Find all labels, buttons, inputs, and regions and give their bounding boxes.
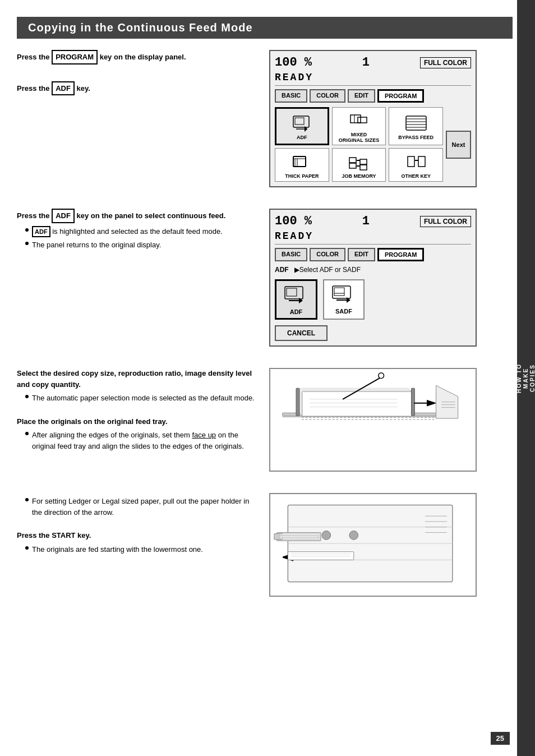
svg-rect-41 [302, 391, 412, 416]
svg-rect-28 [287, 288, 297, 296]
svg-rect-16 [349, 158, 356, 163]
job-icon-cell[interactable]: JOB MEMORY [332, 148, 386, 182]
bullet-dot [25, 242, 29, 245]
bullet-dot [25, 395, 29, 398]
tab2-program[interactable]: PROGRAM [377, 248, 424, 261]
mixed-icon-cell[interactable]: MIXEDORIGINAL SIZES [332, 107, 386, 145]
step3-bullet1: ADF is highlighted and selected as the d… [32, 226, 223, 238]
cancel-button[interactable]: CANCEL [275, 325, 328, 341]
job-label: JOB MEMORY [342, 173, 376, 179]
step7-bullet1: The originals are fed starting with the … [32, 544, 203, 555]
step6-bullet1: For setting Ledger or Legal sized paper,… [32, 496, 258, 518]
panel2-mode: FULL COLOR [420, 216, 471, 227]
tab-basic[interactable]: BASIC [275, 89, 307, 103]
page-title: Copying in the Continuous Feed Mode [17, 17, 513, 39]
steps-4-5-text: Select the desired copy size, reproducti… [17, 368, 258, 481]
svg-rect-20 [360, 159, 367, 164]
step3-bullets: ADF is highlighted and selected as the d… [25, 226, 258, 251]
svg-rect-5 [358, 117, 367, 123]
svg-rect-22 [408, 156, 414, 167]
adf-icon-cell[interactable]: ADF [275, 107, 329, 145]
svg-rect-59 [280, 536, 318, 537]
next-button[interactable]: Next [446, 131, 471, 159]
illustration-1 [269, 368, 477, 472]
panel2-ready: READY [275, 231, 471, 245]
illustration2-container [269, 493, 513, 606]
display-panel-1: 100 % 1 FULL COLOR READY BASIC COLOR EDI… [269, 50, 477, 187]
svg-rect-47 [296, 388, 299, 416]
adf-key-1: ADF [52, 81, 75, 96]
tab2-edit[interactable]: EDIT [348, 248, 375, 261]
bullet-dot [25, 498, 29, 501]
steps-6-7-text: For setting Ledger or Legal sized paper,… [17, 493, 258, 606]
step4-block: Select the desired copy size, reproducti… [17, 368, 258, 404]
bypass-label: BYPASS FEED [398, 135, 433, 140]
sidebar-label: HOW TOMAKECOPIES [516, 363, 535, 393]
adf-option-label: ADF [290, 308, 303, 315]
illustration-2 [269, 493, 477, 597]
adf-option-sadf[interactable]: SADF [323, 279, 365, 320]
panel1-tabs: BASIC COLOR EDIT PROGRAM [275, 89, 471, 103]
adf-icon [290, 113, 313, 133]
step3-instruction: Press the ADF key on the panel to select… [17, 209, 258, 223]
page: HOW TOMAKECOPIES Copying in the Continuo… [0, 0, 535, 756]
panel2-tabs: BASIC COLOR EDIT PROGRAM [275, 248, 471, 261]
svg-rect-7 [406, 116, 426, 130]
adf-option-adf[interactable]: ADF [275, 279, 317, 320]
panel2-options: ADF SADF [275, 279, 471, 320]
svg-rect-58 [280, 534, 318, 535]
svg-rect-32 [334, 288, 344, 296]
panel1-container: 100 % 1 FULL COLOR READY BASIC COLOR EDI… [269, 50, 513, 196]
step3-bullet2: The panel returns to the original displa… [32, 239, 161, 251]
page-number: 25 [491, 732, 510, 745]
panel1-ready: READY [275, 72, 471, 86]
tab2-color[interactable]: COLOR [310, 248, 345, 261]
svg-point-64 [322, 531, 331, 540]
svg-rect-21 [360, 165, 367, 170]
panel2-percent: 100 % [275, 214, 312, 228]
panel2-adf-row: ADF ▶Select ADF or SADF [275, 266, 471, 274]
thick-icon [290, 152, 313, 172]
svg-rect-4 [350, 115, 361, 123]
svg-rect-24 [418, 156, 425, 167]
other-icon-cell[interactable]: : : OTHER KEY [389, 148, 443, 182]
step1-text: Press the PROGRAM key on the display pan… [17, 50, 258, 196]
thick-icon-cell[interactable]: THICK PAPER [275, 148, 329, 182]
illustration1-container [269, 368, 513, 481]
mixed-label: MIXEDORIGINAL SIZES [339, 132, 379, 143]
adf-label: ADF [297, 135, 307, 140]
tab-edit[interactable]: EDIT [348, 89, 375, 103]
step5-block: Place the originals on the original feed… [17, 416, 258, 452]
step7-title: Press the START key. [17, 530, 258, 541]
job-icon [348, 152, 370, 172]
adf-inline-key: ADF [32, 226, 50, 238]
step5-title: Place the originals on the original feed… [17, 416, 258, 427]
bypass-icon-cell[interactable]: BYPASS FEED [389, 107, 443, 145]
illustration-2-svg [270, 494, 476, 596]
adf-option-icon [282, 284, 310, 306]
step4-title: Select the desired copy size, reproducti… [17, 368, 258, 390]
step3-text: Press the ADF key on the panel to select… [17, 209, 258, 356]
sadf-option-label: SADF [335, 308, 352, 315]
panel1-grid: ADF MIXEDORIGINAL SIZES [275, 107, 443, 182]
panel2-adf-label: ADF [275, 266, 289, 274]
step2-instruction: Press the ADF key. [17, 84, 90, 93]
tab-color[interactable]: COLOR [310, 89, 345, 103]
bypass-icon [405, 113, 427, 133]
panel2-count: 1 [362, 214, 370, 228]
panel2-container: 100 % 1 FULL COLOR READY BASIC COLOR EDI… [269, 209, 513, 356]
other-icon: : : [405, 152, 427, 172]
other-label: OTHER KEY [401, 173, 431, 179]
tab2-basic[interactable]: BASIC [275, 248, 307, 261]
svg-rect-48 [411, 388, 414, 416]
svg-text::: : [421, 162, 421, 165]
svg-point-65 [349, 531, 358, 540]
tab-program[interactable]: PROGRAM [377, 89, 424, 103]
svg-point-46 [379, 373, 384, 379]
svg-marker-23 [415, 160, 418, 161]
panel1-percent: 100 % [275, 56, 312, 70]
step7-block: Press the START key. The originals are f… [17, 530, 258, 555]
panel1-mode: FULL COLOR [420, 57, 471, 68]
thick-label: THICK PAPER [285, 173, 319, 179]
svg-rect-18 [349, 163, 356, 168]
